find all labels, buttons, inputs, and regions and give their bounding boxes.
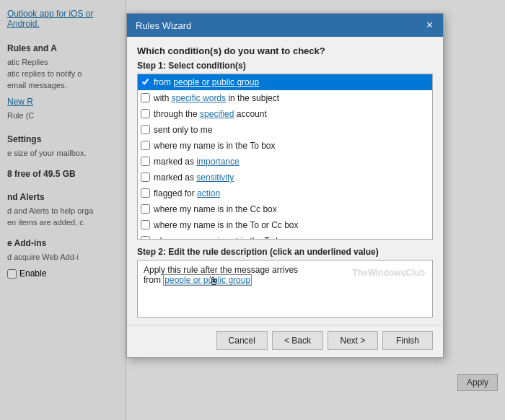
condition-item[interactable]: through the specified account: [138, 106, 432, 122]
dialog-close-button[interactable]: ×: [425, 19, 434, 31]
finish-button[interactable]: Finish: [382, 331, 433, 350]
condition-text-3: through the specified account: [154, 108, 267, 121]
rules-wizard-dialog: Rules Wizard × Which condition(s) do you…: [126, 13, 444, 358]
condition-link-2[interactable]: specific words: [172, 93, 226, 103]
dialog-question: Which condition(s) do you want to check?: [137, 45, 433, 56]
condition-item[interactable]: flagged for action: [138, 185, 432, 201]
dialog-titlebar: Rules Wizard ×: [127, 14, 443, 37]
condition-item[interactable]: sent only to me: [138, 122, 432, 138]
condition-link-3[interactable]: specified: [200, 109, 234, 119]
condition-checkbox-10[interactable]: [141, 220, 150, 229]
condition-checkbox-7[interactable]: [141, 172, 150, 182]
condition-item[interactable]: where my name is not in the To box: [138, 233, 432, 240]
condition-link-8[interactable]: action: [197, 188, 220, 198]
condition-checkbox-4[interactable]: [141, 125, 150, 134]
condition-checkbox-9[interactable]: [141, 204, 150, 214]
condition-text-9: where my name is in the Cc box: [154, 203, 277, 216]
step2-description-box: TheWindowsClub Apply this rule after the…: [137, 260, 433, 318]
next-button[interactable]: Next >: [328, 331, 378, 350]
condition-text-2: with specific words in the subject: [154, 92, 279, 105]
dialog-title: Rules Wizard: [136, 20, 191, 31]
condition-checkbox-11[interactable]: [141, 236, 150, 240]
condition-text-4: sent only to me: [154, 123, 212, 136]
cursor-indicator: 🖱: [208, 275, 219, 288]
apply-rule-text: Apply this rule after the message arrive…: [144, 265, 426, 275]
condition-text-6: marked as importance: [154, 155, 240, 168]
condition-link-6[interactable]: importance: [196, 157, 239, 167]
step2-from-text: from: [144, 275, 161, 285]
condition-checkbox-6[interactable]: [141, 157, 150, 166]
condition-text-5: where my name is in the To box: [154, 139, 276, 152]
condition-checkbox-8[interactable]: [141, 188, 150, 198]
back-button[interactable]: < Back: [272, 331, 323, 350]
condition-checkbox-3[interactable]: [141, 109, 150, 118]
condition-checkbox-2[interactable]: [141, 93, 150, 102]
step2-label: Step 2: Edit the rule description (click…: [137, 247, 433, 257]
condition-checkbox-5[interactable]: [141, 141, 150, 150]
condition-checkbox-1[interactable]: [141, 77, 150, 87]
condition-item[interactable]: where my name is in the Cc box: [138, 201, 432, 217]
condition-link-7[interactable]: sensitivity: [196, 172, 234, 183]
dialog-footer: Cancel < Back Next > Finish: [127, 325, 443, 357]
condition-item[interactable]: where my name is in the To box: [138, 138, 432, 154]
condition-text-8: flagged for action: [154, 187, 220, 200]
condition-text-11: where my name is not in the To box: [154, 235, 290, 240]
dialog-body: Which condition(s) do you want to check?…: [127, 37, 443, 325]
condition-text-7: marked as sensitivity: [154, 171, 234, 184]
condition-text-10: where my name is in the To or Cc box: [154, 219, 299, 232]
condition-item[interactable]: marked as sensitivity: [138, 170, 432, 185]
conditions-list-wrapper: from people or public group with specifi…: [137, 74, 433, 240]
step2-section: Step 2: Edit the rule description (click…: [137, 247, 433, 318]
step1-label: Step 1: Select condition(s): [137, 61, 433, 71]
condition-item[interactable]: marked as importance: [138, 154, 432, 170]
conditions-list[interactable]: from people or public group with specifi…: [137, 74, 433, 240]
condition-item[interactable]: with specific words in the subject: [138, 90, 432, 106]
cancel-button[interactable]: Cancel: [216, 331, 268, 350]
condition-item[interactable]: from people or public group: [138, 74, 432, 90]
condition-item[interactable]: where my name is in the To or Cc box: [138, 217, 432, 233]
condition-link-1[interactable]: people or public group: [173, 77, 259, 87]
condition-text-1: from people or public group: [154, 76, 259, 89]
